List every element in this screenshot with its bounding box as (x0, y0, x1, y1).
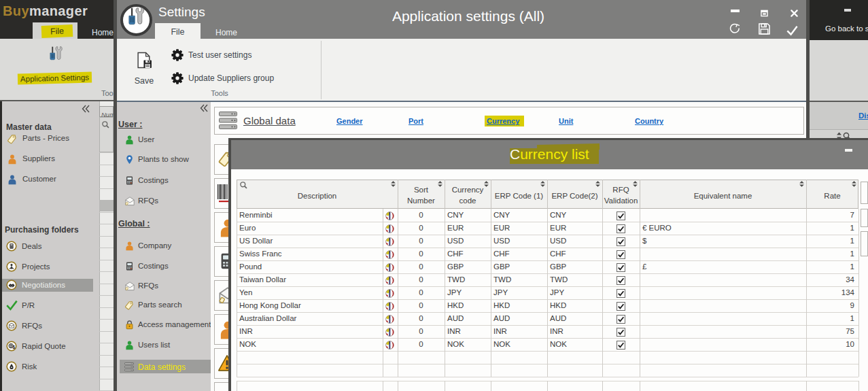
svg-text:$: $ (12, 345, 15, 350)
